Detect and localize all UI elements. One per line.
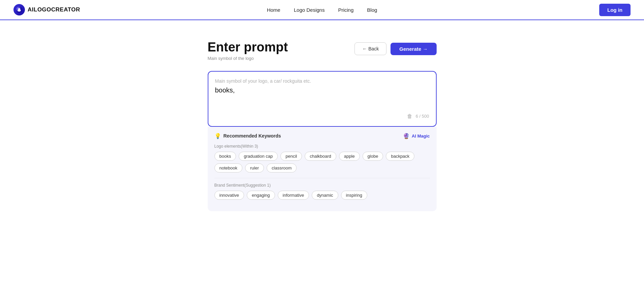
page-subtitle: Main symbol of the logo bbox=[208, 56, 288, 61]
main-content: Enter prompt Main symbol of the logo ← B… bbox=[201, 40, 443, 211]
login-button[interactable]: Log in bbox=[599, 4, 631, 16]
tag-books[interactable]: books bbox=[214, 152, 236, 161]
brand-sentiment-tags: innovativeengaginginformativedynamicinsp… bbox=[214, 191, 430, 200]
nav-links: Home Logo Designs Pricing Blog bbox=[267, 7, 377, 13]
keywords-section-title: Recommended Keywords bbox=[224, 133, 281, 139]
nav-logo-designs[interactable]: Logo Designs bbox=[294, 7, 325, 13]
tag-apple[interactable]: apple bbox=[339, 152, 360, 161]
header-actions: ← Back Generate → bbox=[354, 40, 436, 55]
tag-backpack[interactable]: backpack bbox=[386, 152, 414, 161]
nav-pricing[interactable]: Pricing bbox=[338, 7, 353, 13]
trash-icon[interactable]: 🗑 bbox=[407, 113, 412, 119]
char-count: 6 / 500 bbox=[416, 114, 429, 119]
tags-divider bbox=[214, 178, 430, 178]
back-button[interactable]: ← Back bbox=[354, 42, 386, 55]
tag-globe[interactable]: globe bbox=[363, 152, 383, 161]
page-header: Enter prompt Main symbol of the logo ← B… bbox=[208, 40, 437, 61]
nav-home[interactable]: Home bbox=[267, 7, 280, 13]
tag-pencil[interactable]: pencil bbox=[280, 152, 302, 161]
logo-element-tags: booksgraduation cappencilchalkboardapple… bbox=[214, 152, 430, 173]
keywords-section: 💡 Recommended Keywords 🔮 AI Magic Logo e… bbox=[208, 127, 437, 211]
tag-graduation-cap[interactable]: graduation cap bbox=[239, 152, 278, 161]
sentiment-tag-engaging[interactable]: engaging bbox=[247, 191, 275, 200]
brand-logo[interactable]: AILOGOCREATOR bbox=[13, 4, 80, 15]
page-title-block: Enter prompt Main symbol of the logo bbox=[208, 40, 288, 61]
nav-blog[interactable]: Blog bbox=[367, 7, 377, 13]
keywords-header: 💡 Recommended Keywords 🔮 AI Magic bbox=[214, 133, 430, 139]
sentiment-tag-inspiring[interactable]: inspiring bbox=[341, 191, 367, 200]
ai-magic-label: AI Magic bbox=[412, 133, 430, 139]
sentiment-tag-innovative[interactable]: innovative bbox=[214, 191, 244, 200]
tag-classroom[interactable]: classroom bbox=[267, 163, 297, 173]
prompt-footer: 🗑 6 / 500 bbox=[215, 113, 429, 119]
sentiment-tag-informative[interactable]: informative bbox=[278, 191, 309, 200]
svg-point-2 bbox=[18, 8, 20, 10]
prompt-input[interactable]: books, bbox=[215, 86, 429, 107]
tag-chalkboard[interactable]: chalkboard bbox=[305, 152, 336, 161]
bulb-icon: 💡 bbox=[214, 133, 221, 139]
prompt-placeholder: Main symbol of your logo, a car/ rockgui… bbox=[215, 78, 429, 84]
sentiment-tag-dynamic[interactable]: dynamic bbox=[312, 191, 338, 200]
page-title: Enter prompt bbox=[208, 40, 288, 54]
brand-name: AILOGOCREATOR bbox=[28, 6, 80, 13]
prompt-box: Main symbol of your logo, a car/ rockgui… bbox=[208, 71, 437, 127]
generate-button[interactable]: Generate → bbox=[391, 43, 436, 55]
logo-elements-label: Logo elements(Within 3) bbox=[214, 144, 430, 149]
keywords-title: 💡 Recommended Keywords bbox=[214, 133, 281, 139]
navigation: AILOGOCREATOR Home Logo Designs Pricing … bbox=[0, 0, 644, 20]
logo-icon bbox=[13, 4, 25, 15]
tag-ruler[interactable]: ruler bbox=[245, 163, 264, 173]
ai-magic-button[interactable]: 🔮 AI Magic bbox=[403, 133, 430, 139]
tag-notebook[interactable]: notebook bbox=[214, 163, 243, 173]
brand-sentiment-label: Brand Sentiment(Suggestion 1) bbox=[214, 183, 430, 188]
ai-magic-icon: 🔮 bbox=[403, 133, 410, 139]
